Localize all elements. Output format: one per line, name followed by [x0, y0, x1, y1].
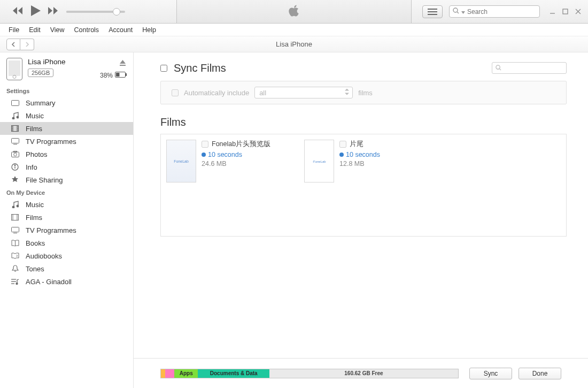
film-checkbox	[339, 141, 346, 148]
sync-button[interactable]: Sync	[469, 368, 512, 379]
top-toolbar	[0, 0, 588, 24]
menu-view[interactable]: View	[46, 25, 69, 35]
minimize-icon[interactable]	[548, 8, 556, 16]
sidebar-item-films[interactable]: Films	[0, 122, 133, 135]
sidebar-item-info[interactable]: Info	[0, 161, 133, 173]
film-size: 12.8 MB	[339, 160, 432, 168]
nav-group	[6, 39, 34, 50]
svg-rect-6	[563, 9, 568, 14]
apps-icon	[11, 176, 19, 184]
auto-include-select: all	[254, 87, 353, 98]
svg-rect-12	[116, 73, 120, 77]
film-title: Fonelab片头预览版	[212, 140, 270, 149]
sidebar-item-od-books[interactable]: Books	[0, 237, 133, 249]
close-icon[interactable]	[574, 8, 582, 16]
film-thumbnail: ·FoneLab	[304, 140, 334, 182]
sidebar-item-od-playlist[interactable]: AGA - Ginadoll	[0, 275, 133, 288]
film-checkbox	[202, 141, 208, 148]
menu-account[interactable]: Account	[104, 25, 137, 35]
summary-icon	[11, 98, 19, 107]
next-icon[interactable]	[48, 7, 59, 16]
svg-rect-11	[126, 73, 127, 76]
nav-back-button[interactable]	[6, 39, 20, 50]
sidebar-item-summary[interactable]: Summary	[0, 96, 133, 109]
camera-icon	[11, 150, 19, 158]
done-button[interactable]: Done	[519, 368, 561, 379]
playlist-icon	[11, 277, 19, 286]
menu-controls[interactable]: Controls	[70, 25, 104, 35]
film-title: 片尾	[350, 140, 363, 149]
film-item[interactable]: FoneLab Fonelab片头预览版 10 seconds 24.6 MB	[166, 140, 295, 182]
sidebar-item-od-audiobooks[interactable]: Audiobooks	[0, 249, 133, 262]
maximize-icon[interactable]	[561, 8, 569, 16]
sidebar-item-label: Films	[26, 125, 42, 133]
sidebar-item-label: TV Programmes	[26, 138, 76, 146]
auto-include-value: all	[259, 89, 266, 97]
auto-include-label: Automatically include	[184, 89, 249, 97]
search-icon	[496, 64, 501, 72]
storage-seg	[161, 369, 165, 378]
film-item[interactable]: ·FoneLab 片尾 10 seconds 12.8 MB	[304, 140, 432, 182]
status-dot-icon	[339, 153, 344, 157]
svg-point-33	[12, 206, 14, 208]
center-display	[176, 0, 412, 23]
sidebar-item-photos[interactable]: Photos	[0, 148, 133, 161]
playback-controls	[13, 5, 59, 18]
right-controls	[422, 5, 582, 18]
tv-icon	[11, 137, 19, 146]
sidebar-item-tv[interactable]: TV Programmes	[0, 135, 133, 148]
sidebar-item-od-tones[interactable]: Tones	[0, 262, 133, 275]
eject-icon[interactable]	[120, 60, 126, 68]
audiobooks-icon	[11, 252, 19, 260]
auto-include-suffix: films	[358, 89, 373, 97]
sidebar-item-music[interactable]: Music	[0, 109, 133, 122]
film-duration: 10 seconds	[346, 151, 380, 158]
sidebar: Lisa iPhone 256GB 38% Settings Summary M…	[0, 52, 134, 388]
svg-rect-9	[120, 65, 126, 66]
film-size: 24.6 MB	[202, 160, 295, 168]
status-dot-icon	[202, 153, 206, 157]
search-input[interactable]	[467, 8, 536, 16]
volume-slider[interactable]	[66, 11, 125, 13]
list-view-button[interactable]	[422, 5, 443, 18]
menu-edit[interactable]: Edit	[25, 25, 45, 35]
svg-point-34	[17, 205, 19, 207]
svg-point-45	[496, 65, 500, 69]
svg-point-14	[12, 117, 14, 119]
svg-point-44	[16, 283, 18, 285]
nav-forward-button[interactable]	[20, 39, 34, 50]
svg-text:FoneLab: FoneLab	[174, 159, 189, 163]
sidebar-item-label: File Sharing	[26, 176, 63, 184]
device-name: Lisa iPhone	[28, 58, 127, 66]
films-grid: FoneLab Fonelab片头预览版 10 seconds 24.6 MB …	[160, 134, 567, 237]
storage-bar[interactable]: Apps Documents & Data 160.62 GB Free	[160, 369, 459, 378]
previous-icon[interactable]	[13, 7, 24, 16]
menu-help[interactable]: Help	[138, 25, 160, 35]
sidebar-item-label: Info	[26, 163, 37, 171]
svg-line-4	[457, 12, 459, 13]
sidebar-item-od-music[interactable]: Music	[0, 198, 133, 211]
search-box[interactable]	[449, 5, 540, 18]
sidebar-item-od-films[interactable]: Films	[0, 211, 133, 224]
filter-search[interactable]	[492, 62, 567, 74]
sidebar-item-filesharing[interactable]: File Sharing	[0, 173, 133, 186]
on-device-label: On My Device	[0, 186, 133, 198]
tv-icon	[11, 226, 19, 234]
svg-point-3	[453, 8, 458, 12]
window-controls	[548, 8, 582, 16]
film-thumbnail: FoneLab	[166, 140, 196, 182]
sidebar-item-od-tv[interactable]: TV Programmes	[0, 224, 133, 237]
page-title: Lisa iPhone	[276, 40, 312, 48]
bottom-bar: Apps Documents & Data 160.62 GB Free Syn…	[134, 358, 588, 388]
play-icon[interactable]	[31, 5, 41, 18]
films-icon	[11, 124, 19, 133]
sub-header: Lisa iPhone	[0, 36, 588, 52]
filter-input[interactable]	[501, 64, 563, 72]
device-card[interactable]: Lisa iPhone 256GB 38%	[0, 52, 133, 85]
bell-icon	[11, 264, 19, 273]
sync-films-checkbox[interactable]	[160, 65, 167, 72]
sidebar-item-label: AGA - Ginadoll	[26, 278, 72, 286]
films-icon	[11, 213, 19, 222]
chevron-updown-icon	[345, 89, 349, 97]
menu-file[interactable]: File	[4, 25, 24, 35]
